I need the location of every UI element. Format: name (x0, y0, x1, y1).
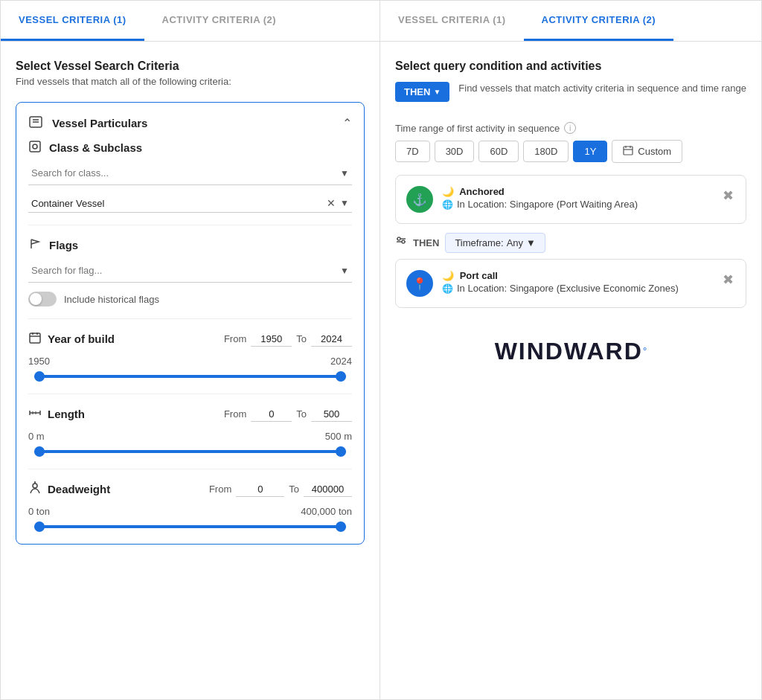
connector-filter-icon (395, 236, 407, 250)
class-tag-remove-btn[interactable]: ✕ (327, 197, 336, 209)
svg-rect-3 (30, 141, 40, 152)
calendar-icon (623, 145, 633, 158)
activity-location-portcall: In Location: Singapore (Exclusive Econom… (457, 283, 679, 294)
deadweight-range-inputs: From To (209, 482, 352, 497)
flag-search-wrapper: ▼ (28, 259, 352, 283)
class-subclass-title: Class & Subclass (49, 141, 142, 154)
svg-point-25 (397, 237, 400, 240)
flags-icon (28, 237, 42, 253)
year-slider-thumb-left[interactable] (34, 371, 45, 382)
activity-icon-wrap-portcall: 📍 (406, 270, 433, 297)
length-range-inputs: From To (224, 407, 352, 422)
windward-logo-dot: ° (643, 346, 647, 358)
deadweight-slider-thumb-right[interactable] (336, 521, 346, 532)
class-tag-dropdown-btn[interactable]: ▼ (340, 198, 349, 208)
deadweight-icon (28, 481, 42, 497)
deadweight-slider-track (34, 525, 346, 528)
time-btn-30d[interactable]: 30D (435, 141, 475, 162)
pin-icon: 📍 (412, 277, 427, 291)
activity-delete-btn-portcall[interactable]: ✖ (721, 270, 735, 289)
then-button[interactable]: THEN ▼ (395, 82, 449, 102)
class-tag-value: Container Vessel (31, 198, 327, 209)
then-connector: THEN Timeframe: Any ▼ (395, 233, 746, 253)
year-to-input[interactable] (311, 332, 352, 347)
right-tab-bar: VESSEL CRITERIA (1) ACTIVITY CRITERIA (2… (380, 1, 761, 42)
windward-logo-text: WINDWARD (495, 338, 643, 365)
then-button-label: THEN (404, 86, 430, 97)
length-from-label: From (224, 408, 246, 420)
activity-name-anchored: 🌙 Anchored (442, 186, 712, 197)
tab-vessel-criteria-right[interactable]: VESSEL CRITERIA (1) (380, 1, 524, 41)
left-tab-bar: VESSEL CRITERIA (1) ACTIVITY CRITERIA (2… (1, 1, 380, 42)
tab-activity-criteria-left[interactable]: ACTIVITY CRITERIA (2) (144, 1, 295, 41)
windward-logo: WINDWARD° (395, 338, 746, 365)
activity-location-anchored: In Location: Singapore (Port Waiting Are… (457, 199, 638, 210)
left-panel-content: Select Vessel Search Criteria Find vesse… (1, 42, 380, 699)
class-tag-row: Container Vessel ✕ ▼ (28, 194, 352, 213)
year-to-label: To (296, 333, 307, 344)
activity-detail-portcall: 🌐 In Location: Singapore (Exclusive Econ… (442, 283, 712, 294)
flag-search-input[interactable] (28, 259, 352, 283)
anchor-icon: ⚓ (412, 193, 427, 207)
activity-card-portcall: 📍 🌙 Port call 🌐 In Location: Singapore (… (395, 259, 746, 308)
deadweight-section: Deadweight From To 0 ton 400,000 ton (28, 481, 352, 532)
class-search-input[interactable] (28, 161, 352, 185)
historical-flags-toggle[interactable] (28, 292, 57, 306)
activity-name-portcall: 🌙 Port call (442, 270, 712, 281)
deadweight-slider-thumb-left[interactable] (34, 521, 45, 532)
time-btn-180d[interactable]: 180D (523, 141, 569, 162)
flags-section: Flags ▼ Include historical flags (28, 237, 352, 306)
deadweight-range-labels: 0 ton 400,000 ton (28, 506, 352, 517)
activity-info-anchored: 🌙 Anchored 🌐 In Location: Singapore (Por… (442, 186, 712, 210)
activity-delete-btn-anchored[interactable]: ✖ (721, 186, 735, 205)
svg-point-4 (33, 144, 37, 149)
svg-rect-18 (624, 147, 633, 155)
historical-flags-row: Include historical flags (28, 292, 352, 306)
then-connector-label: THEN (413, 237, 439, 248)
length-to-label: To (296, 408, 307, 420)
deadweight-max-label: 400,000 ton (301, 506, 352, 517)
class-flags-divider (28, 225, 352, 225)
time-btn-7d[interactable]: 7D (395, 141, 430, 162)
activity-detail-anchored: 🌐 In Location: Singapore (Port Waiting A… (442, 199, 712, 210)
svg-point-26 (402, 240, 405, 243)
time-range-info-icon[interactable]: i (564, 122, 576, 134)
class-subclass-header-left: Class & Subclass (28, 140, 142, 155)
class-subclass-header: Class & Subclass (28, 140, 352, 155)
time-range-label-text: Time range of first activity in sequence (395, 123, 560, 134)
left-panel: VESSEL CRITERIA (1) ACTIVITY CRITERIA (2… (1, 1, 380, 699)
year-slider-thumb-right[interactable] (336, 371, 346, 382)
moon-icon-portcall: 🌙 (442, 270, 454, 281)
tab-vessel-criteria-left[interactable]: VESSEL CRITERIA (1) (1, 1, 144, 41)
then-dropdown-arrow: ▼ (433, 88, 441, 96)
year-range-labels: 1950 2024 (28, 356, 352, 367)
deadweight-from-input[interactable] (236, 482, 284, 497)
year-from-label: From (224, 333, 246, 344)
time-btn-60d[interactable]: 60D (478, 141, 519, 162)
flags-title: Flags (49, 239, 78, 251)
year-of-build-title-wrap: Year of build (28, 331, 115, 347)
year-from-input[interactable] (251, 332, 292, 347)
right-panel-content: Select query condition and activities TH… (380, 42, 761, 699)
deadweight-to-input[interactable] (304, 482, 352, 497)
length-deadweight-divider (28, 469, 352, 469)
length-header: Length From To (28, 406, 352, 422)
timeframe-button[interactable]: Timeframe: Any ▼ (445, 233, 545, 253)
vessel-particulars-header: Vessel Particulars ⌃ (28, 115, 352, 131)
vessel-particulars-collapse-btn[interactable]: ⌃ (342, 116, 352, 130)
class-search-wrapper: ▼ (28, 161, 352, 185)
deadweight-title: Deadweight (48, 483, 110, 495)
length-title: Length (48, 408, 85, 420)
year-min-label: 1950 (28, 356, 50, 367)
time-btn-1y[interactable]: 1Y (573, 141, 607, 162)
time-btn-custom[interactable]: Custom (612, 140, 682, 163)
length-from-input[interactable] (251, 407, 292, 422)
length-max-label: 500 m (325, 431, 352, 442)
length-slider-thumb-left[interactable] (34, 446, 45, 457)
year-slider-track-wrap (31, 371, 349, 382)
length-slider-thumb-right[interactable] (336, 446, 346, 457)
tab-activity-criteria-right[interactable]: ACTIVITY CRITERIA (2) (524, 1, 674, 41)
vessel-particulars-header-left: Vessel Particulars (28, 115, 147, 131)
length-to-input[interactable] (311, 407, 352, 422)
year-of-build-section: Year of build From To 1950 2024 (28, 331, 352, 382)
